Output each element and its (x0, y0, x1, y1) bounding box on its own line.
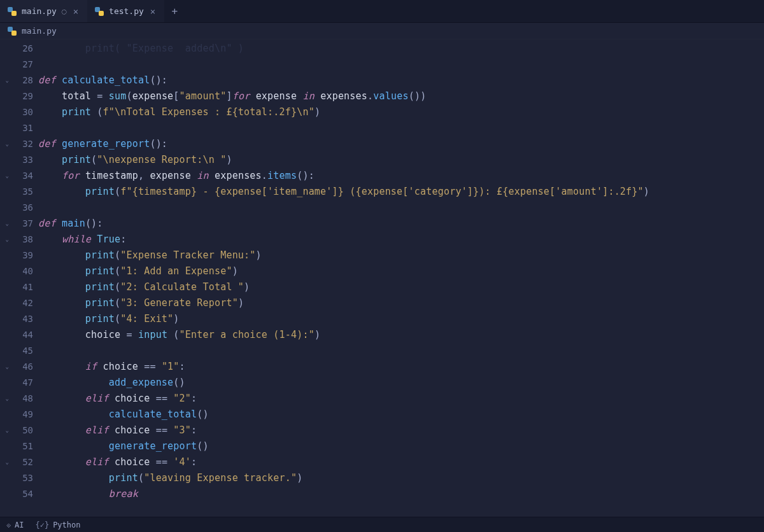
code-line[interactable]: total = sum(expense["amount"]for expense… (38, 88, 764, 104)
line-number: 49 (0, 407, 38, 423)
dirty-indicator-icon: ◌ (62, 6, 67, 16)
line-number: 37⌄ (0, 216, 38, 232)
fold-icon[interactable]: ⌄ (3, 77, 9, 83)
code-line[interactable]: choice = input ("Enter a choice (1-4):") (38, 327, 764, 343)
tab-bar: main.py ◌ × test.py × + (0, 0, 764, 23)
ai-icon: ⟐ (6, 521, 11, 529)
code-line[interactable]: print("1: Add an Expense") (38, 263, 764, 279)
code-line[interactable]: for timestamp, expense in expenses.items… (38, 168, 764, 184)
close-icon[interactable]: × (72, 6, 80, 17)
code-line[interactable] (38, 57, 764, 73)
code-line[interactable]: def main(): (38, 216, 764, 232)
code-line[interactable] (38, 343, 764, 359)
python-icon (8, 27, 17, 36)
tab-test-py[interactable]: test.py × (87, 0, 164, 22)
line-number: 28⌄ (0, 73, 38, 88)
fold-icon[interactable]: ⌄ (3, 395, 9, 402)
code-line[interactable]: add_expense() (38, 375, 764, 391)
line-number: 46⌄ (0, 359, 38, 375)
line-number: 27 (0, 57, 38, 73)
code-line[interactable]: print("2: Calculate Total ") (38, 279, 764, 295)
new-tab-button[interactable]: + (164, 0, 185, 22)
code-line[interactable] (38, 200, 764, 216)
line-number: 31 (0, 120, 38, 136)
tab-label: main.py (22, 6, 57, 16)
line-number: 52⌄ (0, 454, 38, 470)
line-number: 39 (0, 248, 38, 263)
tab-label: test.py (109, 6, 144, 16)
code-line[interactable]: elif choice == "2": (38, 391, 764, 407)
line-number: 45 (0, 343, 38, 359)
code-line[interactable]: break (38, 486, 764, 502)
code-line[interactable] (38, 120, 764, 136)
code-line[interactable]: print("\nexpense Report:\n ") (38, 152, 764, 168)
fold-icon[interactable]: ⌄ (3, 363, 9, 370)
line-number: 40 (0, 263, 38, 279)
line-number: 33 (0, 152, 38, 168)
status-language[interactable]: {✓} Python (35, 521, 80, 529)
line-number: 50⌄ (0, 423, 38, 438)
code-line[interactable]: def generate_report(): (38, 136, 764, 152)
line-number: 47 (0, 375, 38, 391)
line-number: 43 (0, 311, 38, 327)
line-number: 48⌄ (0, 391, 38, 407)
code-line[interactable]: if choice == "1": (38, 359, 764, 375)
python-icon (95, 7, 104, 16)
code-line[interactable]: generate_report() (38, 438, 764, 454)
status-language-label: Python (53, 521, 80, 529)
code-line[interactable]: print("Expense Tracker Menu:") (38, 248, 764, 263)
fold-icon[interactable]: ⌄ (3, 427, 9, 433)
line-number: 38⌄ (0, 232, 38, 248)
line-number: 32⌄ (0, 136, 38, 152)
status-ai-label: AI (15, 521, 24, 529)
editor[interactable]: 262728⌄29303132⌄3334⌄353637⌄38⌄394041424… (0, 39, 764, 517)
code-line[interactable]: elif choice == "3": (38, 423, 764, 438)
code-line[interactable]: elif choice == '4': (38, 454, 764, 470)
line-number: 42 (0, 295, 38, 311)
status-bar: ⟐ AI {✓} Python (0, 517, 764, 532)
fold-icon[interactable]: ⌄ (3, 459, 9, 465)
line-number: 35 (0, 184, 38, 200)
code-area[interactable]: print( "Expense added\n" ) def calculate… (38, 39, 764, 517)
line-number: 36 (0, 200, 38, 216)
tab-main-py[interactable]: main.py ◌ × (0, 0, 87, 22)
line-number: 41 (0, 279, 38, 295)
line-number: 53 (0, 470, 38, 486)
line-number: 29 (0, 88, 38, 104)
code-line[interactable]: def calculate_total(): (38, 73, 764, 88)
python-icon (8, 7, 17, 16)
code-line[interactable]: calculate_total() (38, 407, 764, 423)
line-number: 54 (0, 486, 38, 502)
line-number: 30 (0, 104, 38, 120)
code-line[interactable]: print("leaving Expense tracker.") (38, 470, 764, 486)
status-ai[interactable]: ⟐ AI (6, 521, 24, 529)
close-icon[interactable]: × (149, 6, 157, 17)
fold-icon[interactable]: ⌄ (3, 172, 9, 179)
line-number-gutter: 262728⌄29303132⌄3334⌄353637⌄38⌄394041424… (0, 39, 38, 517)
code-line[interactable]: print (f"\nTotal Expenses : £{total:.2f}… (38, 104, 764, 120)
line-number: 44 (0, 327, 38, 343)
fold-icon[interactable]: ⌄ (3, 141, 9, 147)
code-line[interactable]: while True: (38, 232, 764, 248)
code-line[interactable]: print(f"{timestamp} - {expense['item_nam… (38, 184, 764, 200)
fold-icon[interactable]: ⌄ (3, 220, 9, 227)
line-number: 34⌄ (0, 168, 38, 184)
braces-icon: {✓} (35, 521, 49, 529)
breadcrumb: main.py (0, 23, 764, 39)
code-line[interactable]: print("4: Exit") (38, 311, 764, 327)
code-line[interactable]: print( "Expense added\n" ) (38, 41, 764, 57)
breadcrumb-file[interactable]: main.py (22, 26, 57, 36)
fold-icon[interactable]: ⌄ (3, 236, 9, 242)
code-line[interactable]: print("3: Generate Report") (38, 295, 764, 311)
line-number: 51 (0, 438, 38, 454)
line-number: 26 (0, 41, 38, 57)
